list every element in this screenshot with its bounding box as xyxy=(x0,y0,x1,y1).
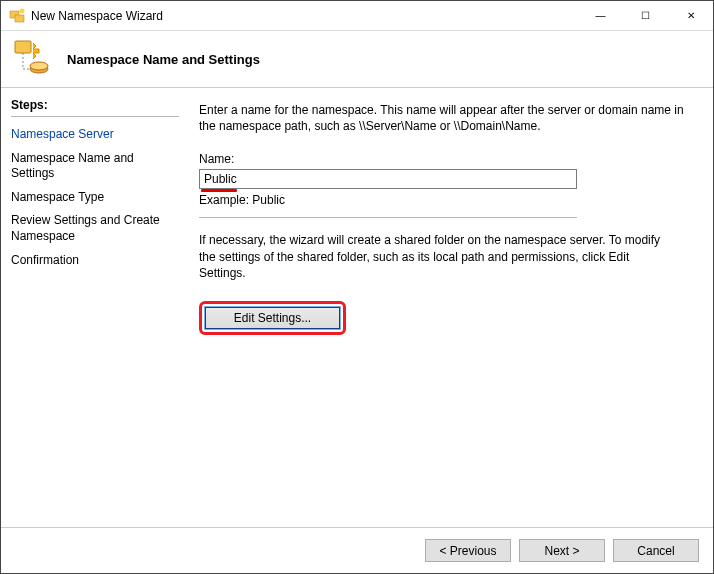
intro-text: Enter a name for the namespace. This nam… xyxy=(199,102,695,134)
svg-rect-3 xyxy=(15,41,31,53)
divider xyxy=(199,217,577,218)
step-namespace-name-settings[interactable]: Namespace Name and Settings xyxy=(11,147,179,186)
name-label: Name: xyxy=(199,152,695,166)
close-button[interactable]: ✕ xyxy=(668,1,713,30)
window-title: New Namespace Wizard xyxy=(31,9,578,23)
highlight-underline xyxy=(201,189,237,192)
title-bar: New Namespace Wizard — ☐ ✕ xyxy=(1,1,713,31)
wizard-icon xyxy=(13,39,53,79)
svg-rect-1 xyxy=(15,15,24,22)
steps-heading: Steps: xyxy=(11,98,179,117)
example-text: Example: Public xyxy=(199,193,695,207)
minimize-button[interactable]: — xyxy=(578,1,623,30)
wizard-header: Namespace Name and Settings xyxy=(1,31,713,88)
step-confirmation[interactable]: Confirmation xyxy=(11,249,179,273)
svg-point-2 xyxy=(20,8,25,13)
name-input[interactable] xyxy=(199,169,577,189)
app-icon xyxy=(9,8,25,24)
cancel-button[interactable]: Cancel xyxy=(613,539,699,562)
shared-folder-text: If necessary, the wizard will create a s… xyxy=(199,232,679,281)
svg-point-7 xyxy=(30,62,48,70)
edit-settings-button[interactable]: Edit Settings... xyxy=(205,307,340,329)
steps-sidebar: Steps: Namespace Server Namespace Name a… xyxy=(1,88,189,527)
main-panel: Enter a name for the namespace. This nam… xyxy=(189,88,713,527)
maximize-button[interactable]: ☐ xyxy=(623,1,668,30)
window-controls: — ☐ ✕ xyxy=(578,1,713,30)
step-review-settings[interactable]: Review Settings and Create Namespace xyxy=(11,209,179,248)
page-title: Namespace Name and Settings xyxy=(67,52,260,67)
edit-settings-highlight: Edit Settings... xyxy=(199,301,346,335)
step-namespace-server[interactable]: Namespace Server xyxy=(11,123,179,147)
next-button[interactable]: Next > xyxy=(519,539,605,562)
step-namespace-type[interactable]: Namespace Type xyxy=(11,186,179,210)
previous-button[interactable]: < Previous xyxy=(425,539,511,562)
wizard-footer: < Previous Next > Cancel xyxy=(1,527,713,573)
